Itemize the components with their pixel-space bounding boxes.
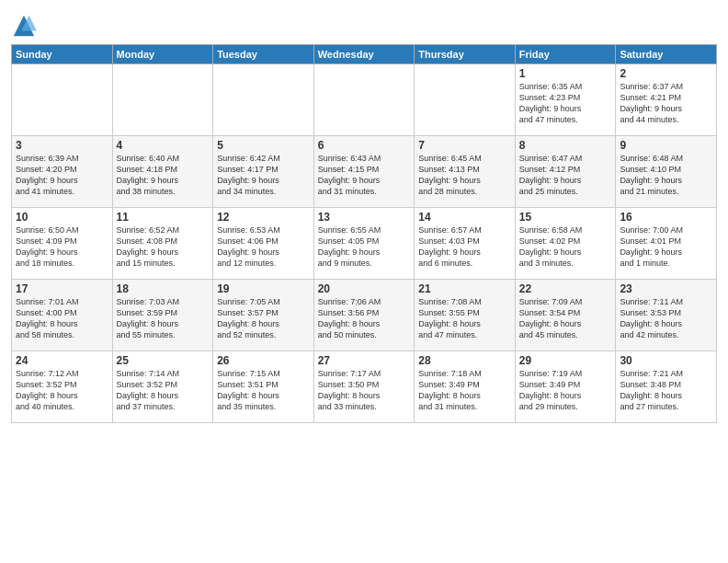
header-row: SundayMondayTuesdayWednesdayThursdayFrid…: [12, 45, 717, 64]
day-number: 24: [16, 354, 108, 367]
day-cell: 20Sunrise: 7:06 AM Sunset: 3:56 PM Dayli…: [313, 280, 415, 351]
day-number: 10: [16, 211, 108, 224]
day-number: 17: [16, 282, 108, 295]
day-number: 2: [620, 67, 712, 80]
day-number: 9: [620, 139, 712, 152]
day-info: Sunrise: 6:37 AM Sunset: 4:21 PM Dayligh…: [620, 81, 712, 126]
day-number: 1: [519, 67, 612, 80]
day-cell: 3Sunrise: 6:39 AM Sunset: 4:20 PM Daylig…: [12, 136, 113, 208]
week-row-3: 17Sunrise: 7:01 AM Sunset: 4:00 PM Dayli…: [12, 280, 717, 351]
day-cell: 5Sunrise: 6:42 AM Sunset: 4:17 PM Daylig…: [213, 136, 314, 208]
day-cell: 14Sunrise: 6:57 AM Sunset: 4:03 PM Dayli…: [415, 208, 516, 280]
day-number: 18: [117, 282, 210, 295]
day-number: 12: [217, 211, 310, 224]
day-cell: 16Sunrise: 7:00 AM Sunset: 4:01 PM Dayli…: [616, 208, 717, 280]
day-info: Sunrise: 7:01 AM Sunset: 4:00 PM Dayligh…: [16, 296, 108, 341]
day-info: Sunrise: 6:42 AM Sunset: 4:17 PM Dayligh…: [217, 153, 310, 198]
day-info: Sunrise: 6:35 AM Sunset: 4:23 PM Dayligh…: [519, 81, 612, 126]
day-info: Sunrise: 6:55 AM Sunset: 4:05 PM Dayligh…: [318, 224, 411, 270]
day-cell: 23Sunrise: 7:11 AM Sunset: 3:53 PM Dayli…: [616, 280, 717, 351]
day-cell: 12Sunrise: 6:53 AM Sunset: 4:06 PM Dayli…: [213, 208, 314, 280]
header-cell-saturday: Saturday: [616, 45, 717, 64]
day-cell: 24Sunrise: 7:12 AM Sunset: 3:52 PM Dayli…: [12, 351, 113, 423]
day-cell: 21Sunrise: 7:08 AM Sunset: 3:55 PM Dayli…: [415, 280, 516, 351]
day-number: 5: [217, 139, 310, 152]
day-number: 13: [318, 211, 411, 224]
day-number: 16: [620, 211, 712, 224]
day-info: Sunrise: 6:57 AM Sunset: 4:03 PM Dayligh…: [418, 224, 511, 270]
day-cell: 1Sunrise: 6:35 AM Sunset: 4:23 PM Daylig…: [515, 64, 616, 136]
day-number: 8: [519, 139, 612, 152]
day-number: 22: [519, 282, 612, 295]
header: [11, 9, 717, 39]
day-info: Sunrise: 7:06 AM Sunset: 3:56 PM Dayligh…: [318, 296, 411, 341]
day-cell: 18Sunrise: 7:03 AM Sunset: 3:59 PM Dayli…: [112, 280, 213, 351]
day-info: Sunrise: 7:19 AM Sunset: 3:49 PM Dayligh…: [519, 368, 612, 413]
day-number: 19: [217, 282, 310, 295]
day-info: Sunrise: 6:43 AM Sunset: 4:15 PM Dayligh…: [318, 153, 411, 198]
day-cell: 19Sunrise: 7:05 AM Sunset: 3:57 PM Dayli…: [213, 280, 314, 351]
day-info: Sunrise: 6:50 AM Sunset: 4:09 PM Dayligh…: [16, 224, 108, 270]
day-cell: 13Sunrise: 6:55 AM Sunset: 4:05 PM Dayli…: [313, 208, 415, 280]
day-number: 25: [117, 354, 210, 367]
day-number: 20: [318, 282, 411, 295]
page: SundayMondayTuesdayWednesdayThursdayFrid…: [0, 0, 728, 563]
day-info: Sunrise: 6:48 AM Sunset: 4:10 PM Dayligh…: [620, 153, 712, 198]
day-number: 11: [117, 211, 210, 224]
day-info: Sunrise: 7:14 AM Sunset: 3:52 PM Dayligh…: [117, 368, 210, 413]
week-row-0: 1Sunrise: 6:35 AM Sunset: 4:23 PM Daylig…: [12, 64, 717, 136]
day-number: 21: [418, 282, 511, 295]
day-cell: 26Sunrise: 7:15 AM Sunset: 3:51 PM Dayli…: [213, 351, 314, 423]
day-info: Sunrise: 6:53 AM Sunset: 4:06 PM Dayligh…: [217, 224, 310, 270]
day-info: Sunrise: 6:45 AM Sunset: 4:13 PM Dayligh…: [418, 153, 511, 198]
calendar-body: 1Sunrise: 6:35 AM Sunset: 4:23 PM Daylig…: [12, 64, 717, 423]
day-info: Sunrise: 7:00 AM Sunset: 4:01 PM Dayligh…: [620, 224, 712, 270]
day-number: 7: [418, 139, 511, 152]
calendar: SundayMondayTuesdayWednesdayThursdayFrid…: [11, 44, 717, 423]
day-info: Sunrise: 7:18 AM Sunset: 3:49 PM Dayligh…: [418, 368, 511, 413]
day-cell: 30Sunrise: 7:21 AM Sunset: 3:48 PM Dayli…: [616, 351, 717, 423]
day-info: Sunrise: 6:58 AM Sunset: 4:02 PM Dayligh…: [519, 224, 612, 270]
day-number: 14: [418, 211, 511, 224]
header-cell-friday: Friday: [515, 45, 616, 64]
header-cell-tuesday: Tuesday: [213, 45, 314, 64]
day-number: 26: [217, 354, 310, 367]
day-cell: 28Sunrise: 7:18 AM Sunset: 3:49 PM Dayli…: [415, 351, 516, 423]
header-cell-wednesday: Wednesday: [313, 45, 415, 64]
day-cell: 11Sunrise: 6:52 AM Sunset: 4:08 PM Dayli…: [112, 208, 213, 280]
day-info: Sunrise: 7:21 AM Sunset: 3:48 PM Dayligh…: [620, 368, 712, 413]
day-info: Sunrise: 7:03 AM Sunset: 3:59 PM Dayligh…: [117, 296, 210, 341]
day-info: Sunrise: 6:39 AM Sunset: 4:20 PM Dayligh…: [16, 153, 108, 198]
day-info: Sunrise: 7:15 AM Sunset: 3:51 PM Dayligh…: [217, 368, 310, 413]
week-row-1: 3Sunrise: 6:39 AM Sunset: 4:20 PM Daylig…: [12, 136, 717, 208]
day-cell: 9Sunrise: 6:48 AM Sunset: 4:10 PM Daylig…: [616, 136, 717, 208]
day-info: Sunrise: 7:09 AM Sunset: 3:54 PM Dayligh…: [519, 296, 612, 341]
header-cell-sunday: Sunday: [12, 45, 113, 64]
day-number: 27: [318, 354, 411, 367]
header-cell-monday: Monday: [112, 45, 213, 64]
day-cell: 15Sunrise: 6:58 AM Sunset: 4:02 PM Dayli…: [515, 208, 616, 280]
day-info: Sunrise: 7:17 AM Sunset: 3:50 PM Dayligh…: [318, 368, 411, 413]
day-cell: 25Sunrise: 7:14 AM Sunset: 3:52 PM Dayli…: [112, 351, 213, 423]
day-cell: 2Sunrise: 6:37 AM Sunset: 4:21 PM Daylig…: [616, 64, 717, 136]
day-number: 29: [519, 354, 612, 367]
day-number: 4: [117, 139, 210, 152]
day-number: 6: [318, 139, 411, 152]
day-cell: [313, 64, 415, 136]
header-cell-thursday: Thursday: [415, 45, 516, 64]
day-cell: 29Sunrise: 7:19 AM Sunset: 3:49 PM Dayli…: [515, 351, 616, 423]
week-row-4: 24Sunrise: 7:12 AM Sunset: 3:52 PM Dayli…: [12, 351, 717, 423]
week-row-2: 10Sunrise: 6:50 AM Sunset: 4:09 PM Dayli…: [12, 208, 717, 280]
day-info: Sunrise: 6:52 AM Sunset: 4:08 PM Dayligh…: [117, 224, 210, 270]
day-cell: 17Sunrise: 7:01 AM Sunset: 4:00 PM Dayli…: [12, 280, 113, 351]
day-cell: 4Sunrise: 6:40 AM Sunset: 4:18 PM Daylig…: [112, 136, 213, 208]
day-info: Sunrise: 7:12 AM Sunset: 3:52 PM Dayligh…: [16, 368, 108, 413]
day-number: 23: [620, 282, 712, 295]
day-info: Sunrise: 7:05 AM Sunset: 3:57 PM Dayligh…: [217, 296, 310, 341]
day-info: Sunrise: 6:47 AM Sunset: 4:12 PM Dayligh…: [519, 153, 612, 198]
logo: [11, 13, 40, 39]
day-number: 28: [418, 354, 511, 367]
day-info: Sunrise: 6:40 AM Sunset: 4:18 PM Dayligh…: [117, 153, 210, 198]
day-number: 3: [16, 139, 108, 152]
day-cell: [213, 64, 314, 136]
